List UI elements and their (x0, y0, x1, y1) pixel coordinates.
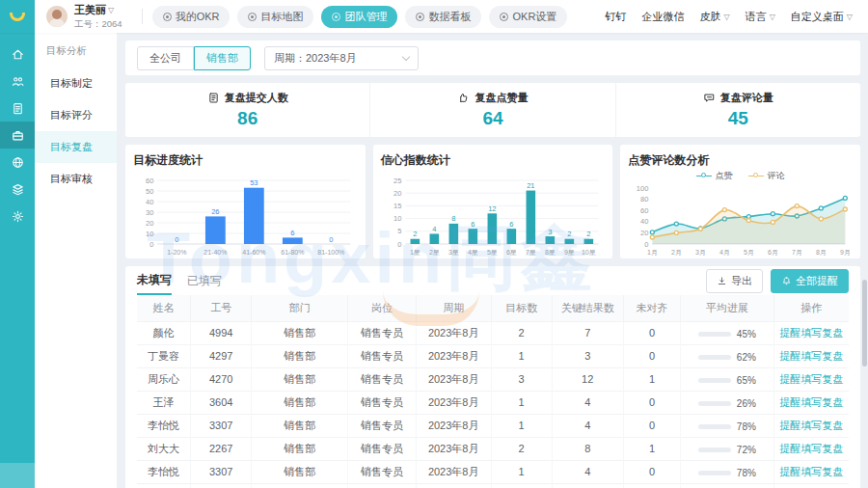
remind-fill-review-link[interactable]: 提醒填写复盘 (779, 420, 843, 431)
review-table-card: 未填写 已填写 导出 全部提醒 (125, 266, 860, 488)
rail-doc-icon[interactable] (0, 95, 35, 122)
rail-home-icon[interactable] (0, 41, 35, 68)
filter-bar: 全公司 销售部 周期：2023年8月 (125, 41, 860, 75)
app-root: 王美丽 ▽ 工号：2064 我的OKR目标地图团队管理数据看板OKR设置 钉钉企… (0, 0, 868, 488)
cell-action: 提醒填写复盘 (773, 460, 849, 483)
cell-kr-count: 4 (552, 391, 623, 414)
header-menu-skin[interactable]: 皮肤▽ (700, 10, 730, 24)
scope-all-company-button[interactable]: 全公司 (137, 46, 194, 70)
svg-text:10: 10 (393, 214, 401, 223)
header-menu-custom-desktop[interactable]: 自定义桌面▽ (791, 10, 853, 24)
nav-tab-goal-map[interactable]: 目标地图 (237, 6, 313, 28)
svg-text:2星: 2星 (429, 249, 440, 256)
svg-text:5: 5 (397, 227, 401, 235)
cell-progress: 72% (681, 437, 773, 460)
progress-percent: 62% (737, 352, 756, 363)
cell-name: 李怡悦 (137, 414, 191, 437)
header-menu-language[interactable]: 语言▽ (746, 10, 775, 24)
cell-action: 提醒填写复盘 (773, 437, 849, 460)
legend-marker-icon (748, 173, 764, 178)
cell-position: 销售专员 (348, 483, 416, 488)
sidebar-item-goal-scoring[interactable]: 目标评分 (35, 99, 117, 131)
svg-text:60: 60 (146, 176, 153, 185)
svg-text:4: 4 (432, 225, 436, 233)
header-menu-label: 钉钉 (606, 10, 627, 24)
svg-text:2月: 2月 (671, 249, 682, 257)
progress-indicator: 26% (698, 398, 756, 409)
column-header: 操作 (773, 295, 849, 321)
svg-text:8月: 8月 (816, 249, 827, 257)
svg-text:21: 21 (527, 181, 534, 190)
rail-gear-icon[interactable] (0, 203, 35, 230)
svg-text:1月: 1月 (647, 249, 658, 257)
tab-not-filled[interactable]: 未填写 (137, 266, 172, 295)
cell-position: 销售专员 (348, 367, 416, 391)
chevron-down-icon: ▽ (770, 13, 775, 21)
svg-text:8星: 8星 (545, 249, 556, 256)
header-menu-label: 皮肤 (700, 10, 721, 24)
cell-goal-count: 3 (491, 367, 552, 391)
cell-employee-id: 3604 (191, 391, 252, 414)
main-content: Tongxin同鑫 全公司 销售部 周期：2023年8月 复盘提交人数86复盘点… (118, 33, 868, 488)
sidebar-item-goal-audit[interactable]: 目标审核 (35, 163, 117, 195)
progress-track (698, 471, 731, 475)
svg-text:41-60%: 41-60% (242, 249, 265, 256)
cell-period: 2023年8月 (416, 321, 491, 344)
nav-tab-data-board[interactable]: 数据看板 (405, 6, 481, 28)
tab-filled[interactable]: 已填写 (187, 267, 222, 294)
export-button[interactable]: 导出 (706, 269, 763, 293)
app-logo[interactable] (0, 0, 35, 33)
cell-department: 销售部 (252, 414, 348, 437)
nav-tab-my-okr[interactable]: 我的OKR (152, 6, 231, 28)
svg-text:26: 26 (211, 207, 219, 216)
cell-department: 销售部 (252, 367, 348, 391)
progress-indicator: 72% (698, 445, 756, 455)
rail-layers-icon[interactable] (0, 176, 35, 203)
rail-bottom-highlight (0, 463, 35, 488)
period-select[interactable]: 周期：2023年8月 (264, 46, 419, 70)
cell-progress: 26% (681, 391, 773, 414)
remind-fill-review-link[interactable]: 提醒填写复盘 (779, 443, 843, 454)
download-icon (717, 276, 727, 286)
remind-fill-review-link[interactable]: 提醒填写复盘 (779, 396, 843, 408)
cell-kr-count: 8 (552, 483, 623, 488)
remind-fill-review-link[interactable]: 提醒填写复盘 (779, 350, 843, 362)
header-menu-dingtalk[interactable]: 钉钉 (606, 10, 627, 24)
legend-item[interactable]: 点赞 (696, 170, 733, 182)
legend-item[interactable]: 评论 (748, 170, 785, 182)
progress-indicator: 78% (698, 468, 756, 478)
chart-card-0: 目标进度统计010203040506001-20%2621-40%5341-60… (125, 145, 366, 258)
sidebar-item-goal-review[interactable]: 目标复盘 (35, 131, 117, 163)
scope-sales-dept-button[interactable]: 销售部 (194, 46, 251, 70)
column-header: 平均进展 (681, 295, 773, 321)
cell-department: 销售部 (252, 391, 348, 414)
remind-fill-review-link[interactable]: 提醒填写复盘 (779, 466, 843, 477)
nav-tab-okr-settings[interactable]: OKR设置 (489, 6, 567, 28)
remind-fill-review-link[interactable]: 提醒填写复盘 (779, 327, 843, 339)
svg-text:6星: 6星 (506, 249, 517, 256)
comment-icon (703, 92, 716, 104)
remind-fill-review-link[interactable]: 提醒填写复盘 (779, 373, 843, 385)
svg-text:21-40%: 21-40% (203, 249, 227, 256)
rail-org-icon[interactable] (0, 68, 35, 95)
sidebar-item-goal-setting[interactable]: 目标制定 (35, 68, 117, 99)
cell-employee-id: 2267 (191, 437, 252, 460)
stat-review-comments: 复盘评论量45 (616, 83, 860, 137)
stat-label: 复盘提交人数 (225, 91, 288, 105)
svg-text:0: 0 (175, 235, 178, 244)
nav-tab-team-management[interactable]: 团队管理 (321, 6, 397, 28)
cell-department: 销售部 (252, 460, 348, 483)
cell-kr-count: 12 (552, 367, 623, 391)
header-menu-wecom[interactable]: 企业微信 (642, 10, 685, 24)
remind-all-button[interactable]: 全部提醒 (771, 269, 849, 293)
rail-globe-icon[interactable] (0, 149, 35, 176)
table-row: 刘大大2267销售部销售专员2023年8月28172%提醒填写复盘 (137, 483, 849, 488)
nav-tab-icon (500, 13, 508, 21)
user-block[interactable]: 王美丽 ▽ 工号：2064 (35, 3, 132, 31)
svg-text:3月: 3月 (695, 249, 706, 257)
cell-name: 刘大大 (137, 437, 191, 460)
rail-workspace-icon[interactable] (0, 122, 35, 149)
vertical-scrollbar[interactable] (862, 280, 867, 366)
svg-text:2: 2 (586, 230, 590, 238)
cell-goal-count: 1 (491, 460, 552, 483)
